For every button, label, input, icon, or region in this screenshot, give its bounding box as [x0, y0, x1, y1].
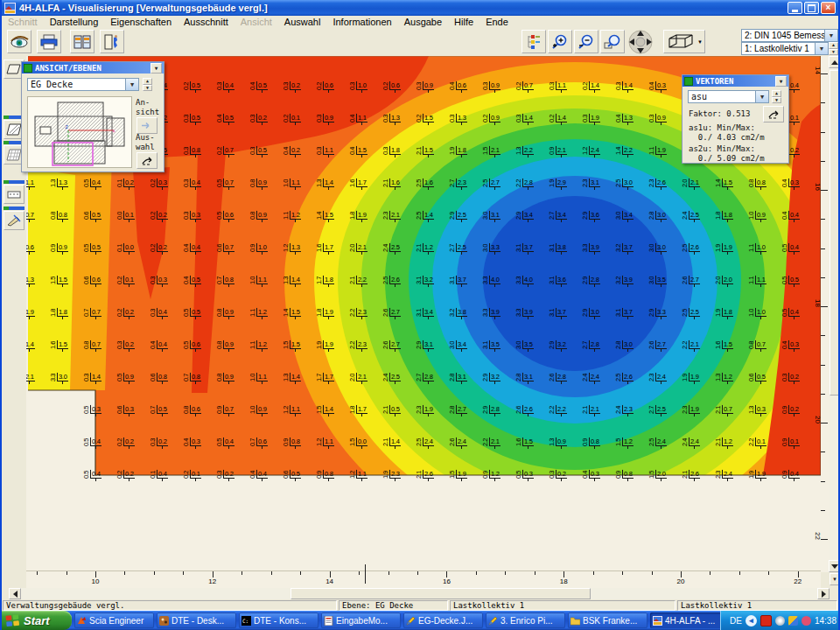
ruler-options-button[interactable]: ▼ — [830, 573, 840, 585]
exit-button[interactable] — [100, 30, 124, 53]
taskbar-task[interactable]: BSK Franke... — [568, 612, 648, 628]
axis-tick — [213, 571, 214, 578]
spinner-down-icon[interactable]: ▼ — [772, 97, 781, 104]
loadcase-spinner[interactable]: ▲▼ — [829, 42, 838, 55]
pages-button[interactable] — [70, 30, 94, 53]
tray-media-icon[interactable] — [760, 615, 772, 626]
taskbar-task[interactable]: 4H-ALFA - ... — [650, 612, 720, 628]
system-tray: DE ◂ 14:38 — [720, 611, 840, 630]
spinner-up-icon[interactable]: ▲ — [829, 42, 838, 49]
collapse-button[interactable]: ▼ — [775, 76, 787, 87]
horizontal-scroll-thumb[interactable] — [290, 588, 591, 599]
curved-arrow-icon — [767, 110, 780, 119]
y-axis-label: 14 — [814, 66, 822, 74]
chevron-down-icon[interactable]: ▼ — [755, 91, 768, 102]
axis-tick — [821, 277, 825, 278]
vektoren-palette[interactable]: VEKTOREN ▼ asu ▼ ▲▼ Faktor: 0.513 as1u: … — [682, 74, 789, 164]
taskbar-task[interactable]: Scia Engineer — [74, 612, 154, 628]
ansicht-apply-button[interactable] — [136, 117, 158, 134]
zoom-out-button[interactable] — [574, 30, 598, 53]
view-eye-button[interactable] — [7, 30, 32, 53]
spinner-down-icon[interactable]: ▼ — [829, 49, 838, 56]
palette-strip[interactable] — [4, 206, 24, 210]
collapse-button[interactable]: ▼ — [150, 63, 162, 74]
scroll-right-button[interactable] — [817, 588, 830, 599]
spinner-down-icon[interactable]: ▼ — [143, 85, 152, 92]
axis-tick — [124, 571, 125, 575]
design-code-value: 2: DIN 1045 Bemessung — [742, 31, 824, 40]
zoom-window-button[interactable] — [600, 30, 625, 53]
scroll-down-button[interactable] — [829, 560, 840, 572]
spinner-up-icon[interactable]: ▲ — [143, 78, 152, 85]
scia-icon — [77, 616, 87, 626]
vertical-scroll-thumb[interactable] — [830, 70, 840, 396]
menu-ende[interactable]: Ende — [480, 17, 514, 27]
title-bar[interactable]: 4H-ALFA - Visualisierung [Verwaltungsgeb… — [2, 0, 838, 16]
vector-pen-icon — [6, 214, 22, 227]
close-button[interactable]: × — [821, 2, 836, 14]
scroll-up-button[interactable] — [829, 56, 840, 68]
values-button[interactable] — [4, 185, 24, 204]
box-3d-icon — [666, 33, 696, 51]
ansicht-ebenen-palette[interactable]: ANSICHT/EBENEN ▼ EG Decke ▼ ▲▼ × z — [21, 61, 164, 172]
menu-auswahl[interactable]: Auswahl — [278, 17, 327, 27]
vectors-button[interactable] — [4, 211, 24, 230]
axis-tick — [798, 571, 799, 578]
menu-darstellung[interactable]: Darstellung — [44, 17, 105, 27]
ansicht-palette-titlebar[interactable]: ANSICHT/EBENEN ▼ — [22, 62, 164, 74]
menu-eigenschaften[interactable]: Eigenschaften — [104, 17, 178, 27]
tray-app-icon[interactable] — [802, 616, 811, 626]
x-axis-label: 10 — [92, 578, 100, 585]
vertical-scrollbar[interactable] — [830, 56, 840, 572]
folder-icon — [570, 616, 580, 626]
palette-strip[interactable] — [4, 180, 24, 184]
x-axis-label: 20 — [677, 578, 685, 585]
print-button[interactable] — [37, 30, 61, 53]
tray-cd-icon[interactable] — [775, 616, 785, 626]
axis-tick — [821, 394, 825, 395]
taskbar-task[interactable]: DTE - Desk... — [157, 612, 236, 628]
chevron-down-icon[interactable]: ▼ — [815, 43, 828, 54]
scroll-left-button[interactable] — [9, 588, 21, 599]
ebene-combo[interactable]: EG Decke ▼ — [27, 78, 139, 91]
taskbar-task[interactable]: EG-Decke.J... — [403, 612, 483, 628]
auswahl-apply-button[interactable] — [136, 152, 158, 169]
ebene-spinner[interactable]: ▲▼ — [143, 78, 152, 91]
vektoren-palette-titlebar[interactable]: VEKTOREN ▼ — [682, 75, 788, 87]
menu-hilfe[interactable]: Hilfe — [448, 17, 480, 27]
document-pages-icon — [74, 34, 91, 50]
chevron-down-icon[interactable]: ▼ — [125, 79, 138, 90]
axis-tick — [330, 571, 331, 578]
axis-tick — [66, 571, 67, 575]
toolbar: ▼ 2: DIN 1045 Bemessung ▼ 1: Lastkollekt… — [2, 28, 838, 57]
design-code-combo[interactable]: 2: DIN 1045 Bemessung ▼ — [741, 29, 838, 42]
svg-text:z: z — [65, 123, 68, 130]
axis-tick — [388, 571, 389, 575]
start-button[interactable]: Start — [0, 611, 72, 630]
taskbar-task[interactable]: EingabeMo... — [321, 612, 401, 628]
minimize-button[interactable] — [788, 2, 802, 14]
doc-icon — [324, 616, 333, 626]
menu-ausschnitt[interactable]: Ausschnitt — [178, 17, 234, 27]
legend-tree-button[interactable] — [522, 30, 546, 53]
faktor-refresh-button[interactable] — [763, 106, 784, 122]
vector-type-combo[interactable]: asu ▼ — [688, 90, 769, 103]
chevron-down-icon[interactable]: ▼ — [824, 30, 837, 41]
loadcase-combo[interactable]: 1: Lastkollektiv 1 ▼ — [741, 42, 829, 55]
plan-thumbnail[interactable]: × z — [27, 96, 132, 168]
taskbar-task[interactable]: C:DTE - Kons... — [239, 612, 318, 628]
tray-pencil-icon[interactable] — [788, 616, 798, 626]
taskbar-task[interactable]: 3. Enrico Pi... — [486, 612, 565, 628]
vector-type-spinner[interactable]: ▲▼ — [772, 90, 781, 103]
pan-control[interactable] — [626, 29, 654, 55]
horizontal-scrollbar[interactable] — [9, 588, 830, 599]
spinner-up-icon[interactable]: ▲ — [772, 90, 781, 97]
tray-chevron-icon[interactable]: ◂ — [746, 615, 757, 626]
menu-informationen[interactable]: Informationen — [326, 17, 397, 27]
zoom-in-button[interactable] — [548, 30, 572, 53]
language-indicator[interactable]: DE — [730, 616, 742, 626]
projection-3d-button[interactable]: ▼ — [663, 30, 705, 53]
menu-ausgabe[interactable]: Ausgabe — [398, 17, 448, 27]
restore-button[interactable] — [804, 2, 819, 14]
windows-logo-icon — [5, 614, 20, 627]
